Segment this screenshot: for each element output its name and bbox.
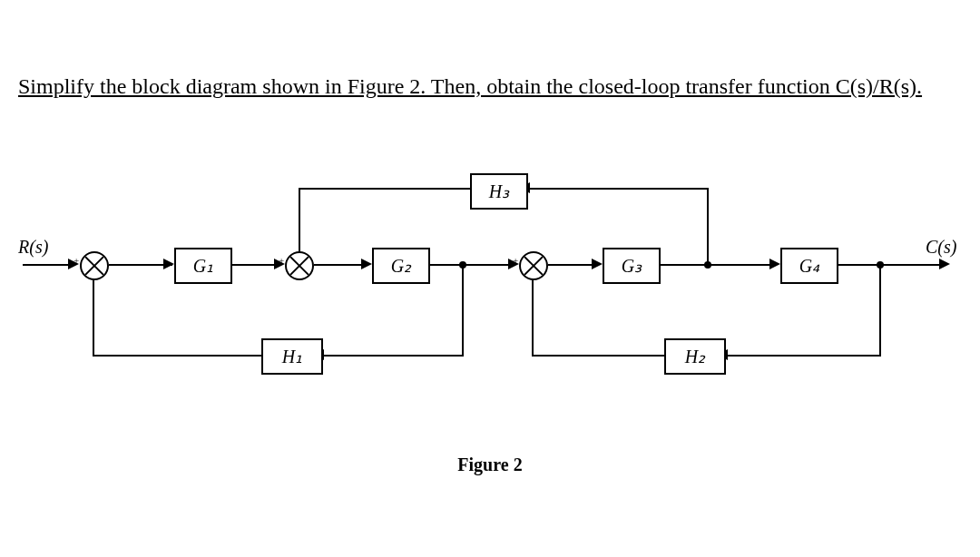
line (726, 355, 881, 357)
line (837, 264, 946, 266)
line (230, 264, 280, 266)
line (299, 188, 470, 190)
arrow-right-icon (361, 259, 372, 269)
line (93, 355, 261, 357)
block-diagram: R(s) + G₁ + G₂ + G₃ G₄ C(s) (18, 173, 962, 445)
line (299, 188, 300, 251)
block-g4: G₄ (780, 248, 838, 284)
block-g1: G₁ (174, 248, 232, 284)
line (322, 355, 464, 357)
block-h2: H₂ (664, 338, 726, 375)
input-label: R(s) (18, 237, 48, 258)
block-h3: H₃ (470, 173, 528, 210)
block-h1: H₁ (261, 338, 323, 375)
line (428, 264, 514, 266)
line (528, 188, 709, 190)
arrow-right-icon (939, 259, 950, 269)
line (532, 355, 664, 357)
arrow-right-icon (769, 259, 780, 269)
output-label: C(s) (926, 237, 956, 258)
line (93, 280, 94, 357)
line (462, 264, 464, 357)
summing-junction-3: + (519, 251, 548, 280)
summing-junction-2: + (285, 251, 314, 280)
line (659, 264, 777, 266)
arrow-right-icon (163, 259, 174, 269)
problem-prompt: Simplify the block diagram shown in Figu… (18, 73, 962, 101)
block-g2: G₂ (372, 248, 430, 284)
figure-caption: Figure 2 (18, 454, 962, 475)
line (548, 264, 598, 266)
line (532, 280, 534, 357)
summing-junction-1: + (80, 251, 109, 280)
line (879, 264, 881, 357)
line (23, 264, 73, 266)
line (707, 190, 709, 266)
arrow-right-icon (592, 259, 603, 269)
line (314, 264, 368, 266)
block-g3: G₃ (603, 248, 661, 284)
